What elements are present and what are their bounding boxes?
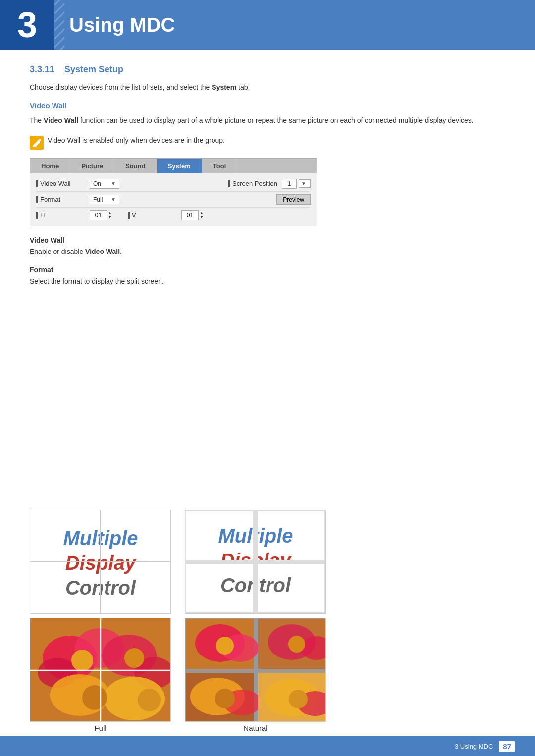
footer-section-text: 3 Using MDC: [455, 743, 493, 750]
format-dropdown-control: Full ▼: [90, 195, 119, 204]
screen-position-dropdown[interactable]: ▼: [299, 179, 311, 188]
video-wall-desc: The Video Wall function can be used to d…: [30, 115, 505, 126]
v-label-text: V: [132, 211, 136, 219]
panel-body: Video Wall On ▼ Screen Position 1 ▼: [30, 173, 317, 226]
vw-desc-bold: Video Wall: [44, 116, 78, 124]
tab-picture[interactable]: Picture: [70, 159, 114, 173]
section-number: 3.3.11: [30, 64, 54, 74]
sub-label-format: Format: [30, 266, 505, 274]
v-stepper: ▲ ▼: [181, 210, 204, 220]
panel-label-videowall: Video Wall: [36, 180, 86, 187]
label-bar-format: [36, 196, 38, 203]
tab-bar: Home Picture Sound System Tool: [30, 159, 317, 173]
h-down-arrow[interactable]: ▼: [108, 215, 112, 219]
chapter-title: Using MDC: [69, 14, 175, 36]
format-full-flower-box: [30, 618, 171, 722]
svg-point-67: [82, 685, 107, 710]
format-caption-natural: Natural: [185, 724, 326, 732]
chapter-box: 3: [0, 0, 54, 50]
panel-label-format: Format: [36, 196, 86, 203]
videowall-enable-desc: Enable or disable Video Wall.: [30, 246, 505, 257]
format-bottom-row: Full: [30, 618, 505, 732]
main-content: 3.3.11 System Setup Choose display devic…: [30, 64, 505, 296]
h-stepper: ▲ ▼: [90, 210, 112, 220]
svg-point-68: [138, 689, 160, 711]
vw-enable-start: Enable or disable: [30, 248, 85, 255]
format-natural-flower: Natural: [185, 618, 326, 732]
videowall-dropdown-arrow: ▼: [111, 181, 116, 186]
screen-position-text: Screen Position: [232, 180, 277, 187]
svg-point-65: [71, 650, 93, 671]
videowall-value: On: [93, 180, 101, 187]
natural-mdc-svg: Multiple Multiple Display Display Contro…: [185, 510, 325, 613]
format-natural-flower-box: [185, 618, 326, 722]
v-input[interactable]: [181, 210, 199, 220]
chapter-number: 3: [17, 4, 37, 45]
svg-point-87: [289, 690, 308, 708]
format-natural-mdc: Multiple Multiple Display Display Contro…: [185, 510, 326, 614]
sub-label-videowall: Video Wall: [30, 236, 505, 244]
videowall-label-text: Video Wall: [40, 180, 70, 187]
tab-system[interactable]: System: [157, 159, 202, 173]
footer-page-number: 87: [499, 741, 515, 752]
label-bar-h: [36, 212, 38, 219]
pencil-icon: [32, 138, 42, 148]
vw-enable-end: .: [120, 248, 122, 255]
footer: 3 Using MDC 87: [0, 736, 535, 756]
panel-row-format: Format Full ▼ Preview: [36, 192, 311, 208]
intro-bold-text: System: [212, 83, 236, 91]
format-full-mdc: Multiple Display Control: [30, 510, 171, 614]
section-heading: 3.3.11 System Setup: [30, 64, 505, 75]
h-stepper-arrows: ▲ ▼: [108, 211, 112, 219]
svg-point-75: [216, 637, 234, 655]
panel-label-h: H: [36, 211, 86, 219]
header-bar: 3 Using MDC: [0, 0, 535, 50]
v-stepper-arrows: ▲ ▼: [200, 211, 204, 219]
format-split-desc: Select the format to display the split s…: [30, 276, 505, 287]
panel-row-videowall: Video Wall On ▼ Screen Position 1 ▼: [36, 176, 311, 192]
svg-point-66: [124, 648, 144, 668]
format-natural-mdc-box: Multiple Multiple Display Display Contro…: [185, 510, 326, 614]
svg-text:Control: Control: [65, 577, 136, 599]
note-icon: [30, 136, 44, 150]
vw-desc-end: function can be used to display part of …: [78, 116, 474, 124]
format-full-mdc-box: Multiple Display Control: [30, 510, 171, 614]
format-full-flower: Full: [30, 618, 171, 732]
svg-point-83: [215, 689, 235, 708]
h-label-text: H: [40, 211, 45, 219]
intro-paragraph: Choose display devices from the list of …: [30, 82, 505, 93]
label-bar-screenpos: [228, 180, 230, 187]
label-bar-videowall: [36, 180, 38, 187]
vw-enable-bold: Video Wall: [85, 248, 120, 255]
vw-desc-start: The: [30, 116, 44, 124]
videowall-dropdown[interactable]: On ▼: [90, 179, 119, 189]
ui-panel: Home Picture Sound System Tool Video Wal…: [30, 158, 317, 226]
intro-text-start: Choose display devices from the list of …: [30, 83, 212, 91]
tab-home[interactable]: Home: [30, 159, 70, 173]
tab-sound[interactable]: Sound: [114, 159, 157, 173]
preview-button[interactable]: Preview: [276, 194, 311, 205]
panel-label-v: V: [128, 211, 177, 219]
svg-point-79: [288, 636, 305, 653]
v-down-arrow[interactable]: ▼: [200, 215, 204, 219]
note-box: Video Wall is enabled only when devices …: [30, 135, 505, 150]
videowall-dropdown-control: On ▼: [90, 179, 119, 189]
section-title-text: System Setup: [64, 64, 123, 74]
format-section-full: Multiple Display Control: [30, 510, 505, 736]
panel-row-hv: H ▲ ▼ V ▲ ▼: [36, 208, 311, 223]
intro-text-end: tab.: [236, 83, 250, 91]
format-label-text: Format: [40, 196, 60, 203]
format-dropdown[interactable]: Full ▼: [90, 195, 119, 204]
full-mdc-svg: Multiple Display Control: [30, 510, 170, 613]
screen-position-label: Screen Position: [228, 180, 278, 187]
tab-tool[interactable]: Tool: [202, 159, 237, 173]
note-text: Video Wall is enabled only when devices …: [48, 135, 225, 146]
svg-text:Display: Display: [65, 552, 137, 574]
h-input[interactable]: [90, 210, 107, 220]
screen-position-value: 1: [282, 179, 297, 189]
screen-position-arrow: ▼: [301, 181, 306, 186]
format-top-row: Multiple Display Control: [30, 510, 505, 614]
natural-flower-svg: [185, 618, 326, 722]
format-dropdown-arrow: ▼: [111, 197, 116, 202]
video-wall-title: Video Wall: [30, 101, 505, 110]
